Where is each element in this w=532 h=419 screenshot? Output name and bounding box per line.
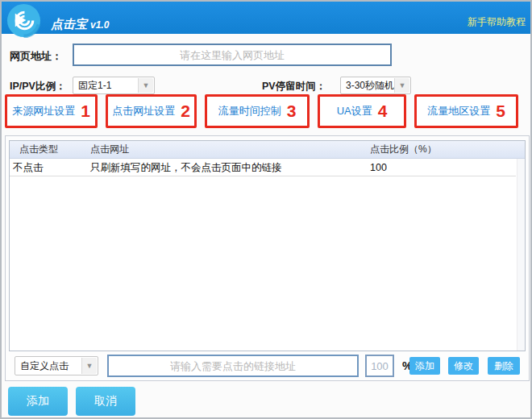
footer-cancel-button[interactable]: 取消 bbox=[76, 387, 135, 416]
app-logo-icon bbox=[6, 3, 41, 38]
chevron-down-icon[interactable]: ▼ bbox=[394, 78, 409, 93]
app-window: 点击宝v1.0 新手帮助教程 网页地址： IP/PV比例： 固定1-1 ▼ PV… bbox=[0, 0, 532, 419]
ip-pv-ratio-select[interactable]: 固定1-1 ▼ bbox=[73, 77, 155, 94]
tab-number-badge: 1 bbox=[81, 102, 90, 121]
tab-source-url-settings[interactable]: 来源网址设置 1 bbox=[5, 94, 98, 128]
tab-label: 流量时间控制 bbox=[218, 104, 281, 118]
col-header-click-url: 点击网址 bbox=[90, 141, 129, 158]
footer-add-button[interactable]: 添加 bbox=[8, 387, 68, 416]
chevron-down-icon[interactable]: ▼ bbox=[138, 78, 153, 93]
tab-number-badge: 5 bbox=[496, 102, 505, 121]
ip-pv-ratio-label: IP/PV比例： bbox=[10, 80, 65, 93]
tab-number-badge: 3 bbox=[287, 102, 297, 121]
help-tutorial-link[interactable]: 新手帮助教程 bbox=[468, 15, 526, 29]
tab-click-url-settings[interactable]: 点击网址设置 2 bbox=[106, 94, 197, 128]
app-name: 点击宝 bbox=[51, 17, 87, 31]
cell-click-url: 只刷新填写的网址，不会点击页面中的链接 bbox=[90, 160, 282, 176]
delete-rule-button[interactable]: 删除 bbox=[488, 357, 520, 375]
tab-label: 点击网址设置 bbox=[112, 104, 175, 118]
app-title: 点击宝v1.0 bbox=[51, 17, 109, 32]
title-bar: 点击宝v1.0 新手帮助教程 bbox=[2, 2, 530, 34]
rule-editor-row: 自定义点击 ▼ % 添加 修改 删除 bbox=[6, 354, 529, 378]
click-rules-table: 点击类型 点击网址 点击比例（%） 不点击 只刷新填写的网址，不会点击页面中的链… bbox=[9, 140, 526, 351]
tab-ua-settings[interactable]: UA设置 4 bbox=[318, 94, 406, 128]
url-input[interactable] bbox=[73, 44, 392, 66]
chevron-down-icon[interactable]: ▼ bbox=[81, 358, 97, 374]
col-header-click-type: 点击类型 bbox=[19, 141, 58, 158]
pv-stay-time-value: 3-30秒随机 bbox=[346, 79, 394, 93]
click-type-value: 自定义点击 bbox=[20, 359, 69, 373]
col-header-click-ratio: 点击比例（%） bbox=[370, 141, 437, 158]
ip-pv-ratio-value: 固定1-1 bbox=[78, 79, 111, 93]
table-row[interactable]: 不点击 只刷新填写的网址，不会点击页面中的链接 100 bbox=[10, 160, 516, 176]
cell-click-type: 不点击 bbox=[13, 160, 44, 176]
url-label: 网页地址： bbox=[10, 49, 62, 64]
click-settings-panel: 点击类型 点击网址 点击比例（%） 不点击 只刷新填写的网址，不会点击页面中的链… bbox=[5, 135, 530, 381]
tab-label: 流量地区设置 bbox=[427, 104, 490, 118]
pv-stay-time-select[interactable]: 3-30秒随机 ▼ bbox=[340, 77, 411, 94]
click-type-select[interactable]: 自定义点击 ▼ bbox=[15, 356, 98, 375]
cell-click-ratio: 100 bbox=[370, 160, 387, 176]
pv-stay-time-label: PV停留时间： bbox=[262, 80, 326, 93]
vertical-scrollbar[interactable] bbox=[517, 159, 525, 351]
table-header-row: 点击类型 点击网址 点击比例（%） bbox=[10, 141, 525, 159]
add-rule-button[interactable]: 添加 bbox=[409, 357, 440, 375]
click-percent-input[interactable] bbox=[365, 355, 394, 377]
modify-rule-button[interactable]: 修改 bbox=[448, 357, 479, 375]
tab-traffic-time-control[interactable]: 流量时间控制 3 bbox=[205, 94, 310, 128]
tab-traffic-region-settings[interactable]: 流量地区设置 5 bbox=[414, 94, 518, 128]
tab-number-badge: 4 bbox=[378, 102, 388, 121]
settings-tab-bar: 来源网址设置 1 点击网址设置 2 流量时间控制 3 UA设置 4 流量地区设置… bbox=[5, 94, 518, 128]
tab-label: 来源网址设置 bbox=[12, 104, 75, 118]
click-link-input[interactable] bbox=[107, 355, 359, 377]
tab-number-badge: 2 bbox=[181, 102, 190, 121]
app-version: v1.0 bbox=[90, 19, 109, 31]
tab-label: UA设置 bbox=[337, 104, 372, 118]
